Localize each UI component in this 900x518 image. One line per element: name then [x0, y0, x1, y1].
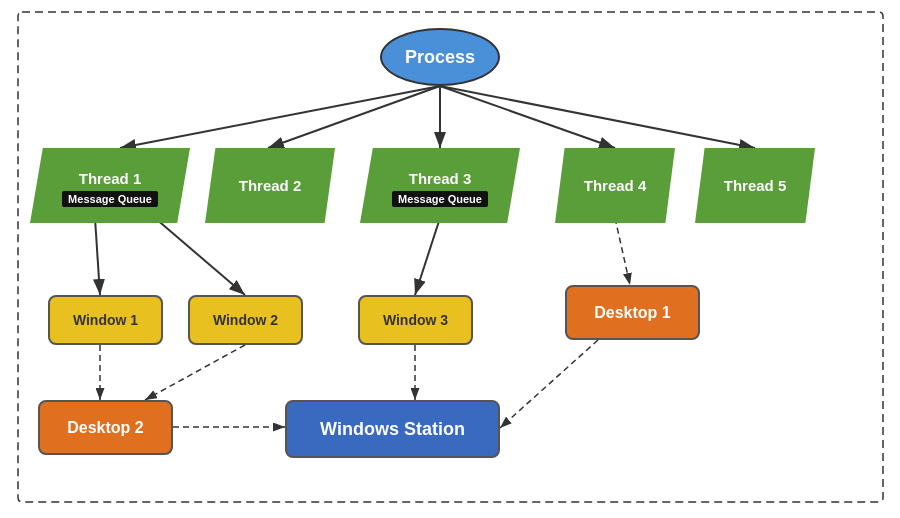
process-label: Process [405, 47, 475, 68]
thread1-queue: Message Queue [62, 191, 158, 207]
desktop2-label: Desktop 2 [67, 419, 143, 437]
window3-label: Window 3 [383, 312, 448, 328]
thread5-node: Thread 5 [695, 148, 815, 223]
window1-label: Window 1 [73, 312, 138, 328]
thread1-node: Thread 1 Message Queue [30, 148, 190, 223]
thread4-label: Thread 4 [584, 177, 647, 194]
process-node: Process [380, 28, 500, 86]
svg-line-8 [155, 218, 245, 295]
window1-node: Window 1 [48, 295, 163, 345]
svg-line-6 [440, 86, 755, 148]
svg-line-9 [415, 218, 440, 295]
desktop1-label: Desktop 1 [594, 304, 670, 322]
winstation-label: Windows Station [320, 419, 465, 440]
thread4-node: Thread 4 [555, 148, 675, 223]
thread2-node: Thread 2 [205, 148, 335, 223]
thread3-node: Thread 3 Message Queue [360, 148, 520, 223]
thread1-label: Thread 1 [79, 170, 142, 187]
desktop1-node: Desktop 1 [565, 285, 700, 340]
svg-line-5 [440, 86, 615, 148]
winstation-node: Windows Station [285, 400, 500, 458]
svg-line-16 [615, 218, 630, 285]
svg-line-3 [268, 86, 440, 148]
svg-line-12 [145, 345, 245, 400]
svg-line-2 [120, 86, 440, 148]
thread5-label: Thread 5 [724, 177, 787, 194]
window2-label: Window 2 [213, 312, 278, 328]
window2-node: Window 2 [188, 295, 303, 345]
thread3-label: Thread 3 [409, 170, 472, 187]
diagram: Process Thread 1 Message Queue Thread 2 … [0, 0, 900, 518]
svg-line-7 [95, 218, 100, 295]
window3-node: Window 3 [358, 295, 473, 345]
svg-line-14 [500, 340, 598, 428]
desktop2-node: Desktop 2 [38, 400, 173, 455]
thread3-queue: Message Queue [392, 191, 488, 207]
thread2-label: Thread 2 [239, 177, 302, 194]
